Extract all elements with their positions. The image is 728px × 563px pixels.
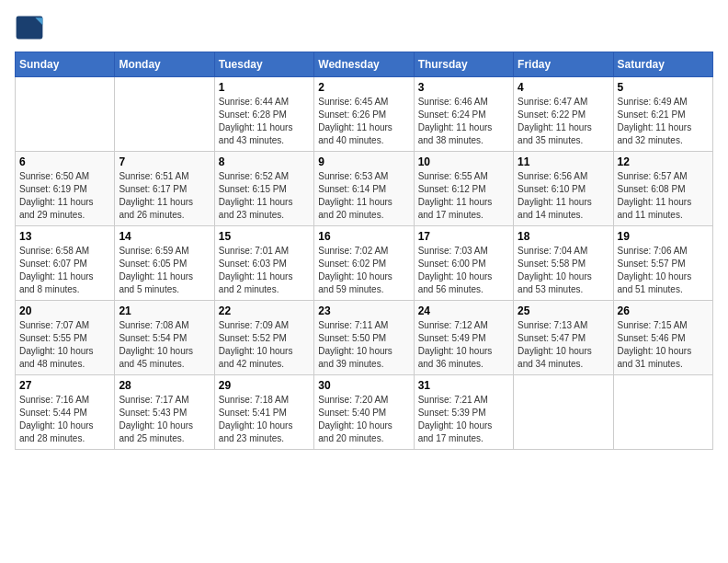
- cell-content: Sunrise: 7:06 AM Sunset: 5:57 PM Dayligh…: [618, 245, 709, 296]
- cell-content: Sunrise: 6:58 AM Sunset: 6:07 PM Dayligh…: [19, 245, 110, 296]
- calendar-week-row: 13Sunrise: 6:58 AM Sunset: 6:07 PM Dayli…: [16, 226, 713, 301]
- calendar-week-row: 6Sunrise: 6:50 AM Sunset: 6:19 PM Daylig…: [16, 152, 713, 226]
- day-number: 31: [418, 379, 509, 392]
- day-number: 10: [418, 155, 509, 168]
- weekday-header-row: SundayMondayTuesdayWednesdayThursdayFrid…: [16, 52, 713, 77]
- day-number: 6: [19, 155, 110, 168]
- calendar-cell: 9Sunrise: 6:53 AM Sunset: 6:14 PM Daylig…: [314, 152, 414, 226]
- calendar-cell: 15Sunrise: 7:01 AM Sunset: 6:03 PM Dayli…: [214, 226, 313, 301]
- day-number: 3: [418, 81, 509, 94]
- calendar-cell: [115, 77, 214, 152]
- calendar-cell: 27Sunrise: 7:16 AM Sunset: 5:44 PM Dayli…: [16, 375, 115, 450]
- cell-content: Sunrise: 7:02 AM Sunset: 6:02 PM Dayligh…: [318, 245, 409, 296]
- cell-content: Sunrise: 7:16 AM Sunset: 5:44 PM Dayligh…: [19, 394, 110, 445]
- cell-content: Sunrise: 6:52 AM Sunset: 6:15 PM Dayligh…: [219, 170, 310, 222]
- cell-content: Sunrise: 6:49 AM Sunset: 6:21 PM Dayligh…: [618, 96, 709, 147]
- weekday-header-saturday: Saturday: [613, 52, 712, 77]
- cell-content: Sunrise: 7:21 AM Sunset: 5:39 PM Dayligh…: [418, 394, 509, 445]
- calendar-cell: 24Sunrise: 7:12 AM Sunset: 5:49 PM Dayli…: [414, 301, 513, 375]
- cell-content: Sunrise: 6:44 AM Sunset: 6:28 PM Dayligh…: [219, 96, 310, 147]
- day-number: 12: [618, 155, 709, 168]
- calendar-cell: 16Sunrise: 7:02 AM Sunset: 6:02 PM Dayli…: [314, 226, 414, 301]
- day-number: 14: [119, 230, 210, 243]
- day-number: 18: [518, 230, 609, 243]
- day-number: 16: [318, 230, 409, 243]
- cell-content: Sunrise: 6:45 AM Sunset: 6:26 PM Dayligh…: [318, 96, 409, 147]
- calendar-cell: 6Sunrise: 6:50 AM Sunset: 6:19 PM Daylig…: [16, 152, 115, 226]
- day-number: 24: [418, 304, 509, 317]
- cell-content: Sunrise: 6:56 AM Sunset: 6:10 PM Dayligh…: [518, 170, 609, 222]
- calendar-cell: 31Sunrise: 7:21 AM Sunset: 5:39 PM Dayli…: [414, 375, 513, 450]
- calendar-week-row: 27Sunrise: 7:16 AM Sunset: 5:44 PM Dayli…: [16, 375, 713, 450]
- calendar-cell: [613, 375, 712, 450]
- day-number: 1: [219, 81, 310, 94]
- page-header: [15, 15, 713, 40]
- calendar-body: 1Sunrise: 6:44 AM Sunset: 6:28 PM Daylig…: [16, 77, 713, 450]
- weekday-header-sunday: Sunday: [16, 52, 115, 77]
- day-number: 27: [19, 379, 110, 392]
- cell-content: Sunrise: 7:13 AM Sunset: 5:47 PM Dayligh…: [518, 319, 609, 371]
- day-number: 26: [618, 304, 709, 317]
- calendar-cell: 21Sunrise: 7:08 AM Sunset: 5:54 PM Dayli…: [115, 301, 214, 375]
- calendar-cell: 8Sunrise: 6:52 AM Sunset: 6:15 PM Daylig…: [214, 152, 313, 226]
- cell-content: Sunrise: 7:11 AM Sunset: 5:50 PM Dayligh…: [318, 319, 409, 371]
- cell-content: Sunrise: 6:53 AM Sunset: 6:14 PM Dayligh…: [318, 170, 409, 222]
- day-number: 30: [318, 379, 409, 392]
- cell-content: Sunrise: 7:09 AM Sunset: 5:52 PM Dayligh…: [219, 319, 310, 371]
- day-number: 20: [19, 304, 110, 317]
- calendar-cell: 28Sunrise: 7:17 AM Sunset: 5:43 PM Dayli…: [115, 375, 214, 450]
- calendar-cell: 14Sunrise: 6:59 AM Sunset: 6:05 PM Dayli…: [115, 226, 214, 301]
- calendar-cell: 23Sunrise: 7:11 AM Sunset: 5:50 PM Dayli…: [314, 301, 414, 375]
- logo: [15, 15, 48, 40]
- calendar-cell: 18Sunrise: 7:04 AM Sunset: 5:58 PM Dayli…: [514, 226, 613, 301]
- calendar-cell: 25Sunrise: 7:13 AM Sunset: 5:47 PM Dayli…: [514, 301, 613, 375]
- calendar-week-row: 1Sunrise: 6:44 AM Sunset: 6:28 PM Daylig…: [16, 77, 713, 152]
- cell-content: Sunrise: 6:50 AM Sunset: 6:19 PM Dayligh…: [19, 170, 110, 222]
- calendar-cell: 5Sunrise: 6:49 AM Sunset: 6:21 PM Daylig…: [613, 77, 712, 152]
- cell-content: Sunrise: 6:59 AM Sunset: 6:05 PM Dayligh…: [119, 245, 210, 296]
- weekday-header-monday: Monday: [115, 52, 214, 77]
- cell-content: Sunrise: 7:12 AM Sunset: 5:49 PM Dayligh…: [418, 319, 509, 371]
- calendar-cell: 30Sunrise: 7:20 AM Sunset: 5:40 PM Dayli…: [314, 375, 414, 450]
- weekday-header-wednesday: Wednesday: [314, 52, 414, 77]
- calendar-cell: 1Sunrise: 6:44 AM Sunset: 6:28 PM Daylig…: [214, 77, 313, 152]
- day-number: 25: [518, 304, 609, 317]
- calendar-cell: 20Sunrise: 7:07 AM Sunset: 5:55 PM Dayli…: [16, 301, 115, 375]
- weekday-header-tuesday: Tuesday: [214, 52, 313, 77]
- day-number: 22: [219, 304, 310, 317]
- day-number: 9: [318, 155, 409, 168]
- day-number: 23: [318, 304, 409, 317]
- calendar-cell: 29Sunrise: 7:18 AM Sunset: 5:41 PM Dayli…: [214, 375, 313, 450]
- day-number: 29: [219, 379, 310, 392]
- calendar-cell: 17Sunrise: 7:03 AM Sunset: 6:00 PM Dayli…: [414, 226, 513, 301]
- cell-content: Sunrise: 7:18 AM Sunset: 5:41 PM Dayligh…: [219, 394, 310, 445]
- day-number: 17: [418, 230, 509, 243]
- weekday-header-thursday: Thursday: [414, 52, 513, 77]
- calendar-header: SundayMondayTuesdayWednesdayThursdayFrid…: [16, 52, 713, 77]
- calendar-cell: 2Sunrise: 6:45 AM Sunset: 6:26 PM Daylig…: [314, 77, 414, 152]
- cell-content: Sunrise: 7:03 AM Sunset: 6:00 PM Dayligh…: [418, 245, 509, 296]
- calendar-cell: 22Sunrise: 7:09 AM Sunset: 5:52 PM Dayli…: [214, 301, 313, 375]
- calendar-week-row: 20Sunrise: 7:07 AM Sunset: 5:55 PM Dayli…: [16, 301, 713, 375]
- calendar-table: SundayMondayTuesdayWednesdayThursdayFrid…: [15, 52, 713, 450]
- cell-content: Sunrise: 6:57 AM Sunset: 6:08 PM Dayligh…: [618, 170, 709, 222]
- calendar-cell: 11Sunrise: 6:56 AM Sunset: 6:10 PM Dayli…: [514, 152, 613, 226]
- day-number: 2: [318, 81, 409, 94]
- cell-content: Sunrise: 7:20 AM Sunset: 5:40 PM Dayligh…: [318, 394, 409, 445]
- calendar-cell: [514, 375, 613, 450]
- calendar-cell: 10Sunrise: 6:55 AM Sunset: 6:12 PM Dayli…: [414, 152, 513, 226]
- cell-content: Sunrise: 7:08 AM Sunset: 5:54 PM Dayligh…: [119, 319, 210, 371]
- day-number: 4: [518, 81, 609, 94]
- day-number: 21: [119, 304, 210, 317]
- calendar-cell: 12Sunrise: 6:57 AM Sunset: 6:08 PM Dayli…: [613, 152, 712, 226]
- cell-content: Sunrise: 7:01 AM Sunset: 6:03 PM Dayligh…: [219, 245, 310, 296]
- weekday-header-friday: Friday: [514, 52, 613, 77]
- day-number: 19: [618, 230, 709, 243]
- calendar-cell: 13Sunrise: 6:58 AM Sunset: 6:07 PM Dayli…: [16, 226, 115, 301]
- cell-content: Sunrise: 6:51 AM Sunset: 6:17 PM Dayligh…: [119, 170, 210, 222]
- day-number: 28: [119, 379, 210, 392]
- day-number: 13: [19, 230, 110, 243]
- day-number: 8: [219, 155, 310, 168]
- calendar-cell: 19Sunrise: 7:06 AM Sunset: 5:57 PM Dayli…: [613, 226, 712, 301]
- day-number: 11: [518, 155, 609, 168]
